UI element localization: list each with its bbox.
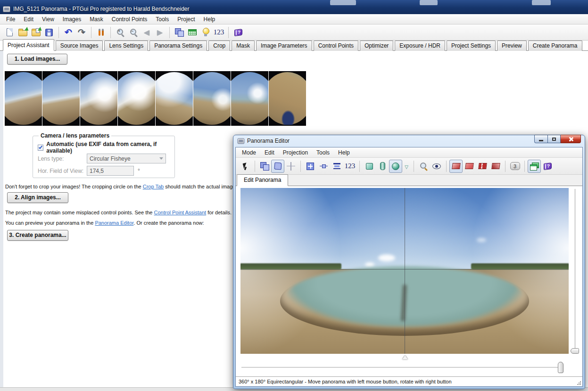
- tab-image-parameters[interactable]: Image Parameters: [256, 41, 312, 51]
- tab-control-points[interactable]: Control Points: [314, 41, 358, 51]
- resize-grip[interactable]: [577, 381, 581, 385]
- tab-project-assistant[interactable]: Project Assistant: [3, 39, 54, 51]
- pe-help-button[interactable]: [541, 160, 554, 173]
- menu-help[interactable]: Help: [199, 15, 220, 24]
- undo-button[interactable]: [62, 26, 75, 39]
- preview-visibility-button[interactable]: [430, 160, 443, 173]
- fisheye-thumbnail-2[interactable]: [42, 71, 80, 126]
- main-titlebar[interactable]: IMG_5121 Panorama - PTGui Pro registered…: [0, 0, 588, 14]
- panorama-editor-titlebar[interactable]: Panorama Editor: [237, 138, 290, 144]
- pe-menu-projection[interactable]: Projection: [279, 148, 312, 157]
- panorama-editor-window[interactable]: Panorama Editor Mode Edit Projection Too…: [233, 135, 585, 389]
- pe-menu-mode[interactable]: Mode: [238, 148, 260, 157]
- zoom-in-button[interactable]: +: [114, 26, 127, 39]
- automatic-exif-checkbox[interactable]: [38, 145, 43, 151]
- fit-panorama-button[interactable]: [304, 160, 317, 173]
- pe-menu-edit[interactable]: Edit: [260, 148, 279, 157]
- pe-numeric-transform-button[interactable]: 123: [343, 160, 356, 173]
- stacked-windows-icon: [530, 163, 538, 170]
- tab-panorama-settings[interactable]: Panorama Settings: [149, 41, 207, 51]
- align-images-button[interactable]: 2. Align images...: [7, 192, 68, 203]
- panorama-preview-image[interactable]: [240, 188, 569, 354]
- tab-crop[interactable]: Crop: [208, 41, 230, 51]
- new-project-button[interactable]: [3, 26, 16, 39]
- pe-menu-help[interactable]: Help: [334, 148, 354, 157]
- zoom-out-button[interactable]: −: [127, 26, 140, 39]
- processor-count-button[interactable]: 3: [508, 160, 522, 173]
- previous-image-button[interactable]: [140, 26, 153, 39]
- tab-create-panorama[interactable]: Create Panorama: [528, 41, 582, 51]
- help-button[interactable]: [232, 26, 245, 39]
- save-project-button[interactable]: [42, 26, 56, 39]
- tab-exposure-hdr[interactable]: Exposure / HDR: [395, 41, 445, 51]
- edit-mode-3-button[interactable]: [476, 160, 489, 173]
- panorama-editor-link[interactable]: Panorama Editor: [95, 220, 133, 226]
- zoom-slider-handle[interactable]: [558, 362, 563, 373]
- pe-zoom-button[interactable]: [417, 160, 430, 173]
- show-grid-button[interactable]: [284, 160, 298, 173]
- show-images-button[interactable]: [258, 160, 271, 173]
- menu-file[interactable]: File: [2, 15, 19, 24]
- edit-mode-1-button[interactable]: [449, 160, 463, 173]
- tab-lens-settings[interactable]: Lens Settings: [104, 41, 148, 51]
- stack-windows-button[interactable]: [528, 160, 541, 173]
- fisheye-thumbnail-1[interactable]: [5, 71, 42, 126]
- projection-dropdown-button[interactable]: [402, 160, 411, 173]
- minimize-button[interactable]: [534, 135, 548, 143]
- cylindrical-projection-button[interactable]: [376, 160, 389, 173]
- menu-edit[interactable]: Edit: [19, 15, 38, 24]
- tab-edit-panorama[interactable]: Edit Panorama: [237, 174, 288, 186]
- crop-tab-link[interactable]: Crop Tab: [143, 184, 164, 189]
- menu-project[interactable]: Project: [173, 15, 199, 24]
- redo-button[interactable]: [75, 26, 88, 39]
- select-cursor-button[interactable]: [239, 160, 252, 173]
- detail-viewer-button[interactable]: [186, 26, 199, 39]
- tab-optimizer[interactable]: Optimizer: [360, 41, 393, 51]
- menu-images[interactable]: Images: [58, 15, 85, 24]
- next-image-button[interactable]: [153, 26, 166, 39]
- equirectangular-projection-button[interactable]: [389, 160, 402, 173]
- rectilinear-icon: [366, 163, 373, 170]
- menu-tools[interactable]: Tools: [151, 15, 173, 24]
- fov-input[interactable]: 174,5: [87, 166, 134, 176]
- load-images-button[interactable]: 1. Load images...: [7, 54, 67, 65]
- tab-source-images[interactable]: Source Images: [56, 41, 103, 51]
- fisheye-thumbnail-8[interactable]: [269, 71, 306, 126]
- preview-note-post: . Or create the panorama now:: [133, 220, 204, 226]
- maximize-button[interactable]: [548, 135, 561, 143]
- fisheye-thumbnail-7[interactable]: [231, 71, 268, 126]
- close-button[interactable]: [561, 135, 581, 143]
- yaw-marker-triangle[interactable]: [402, 355, 408, 359]
- fit-vertical-button[interactable]: [330, 160, 343, 173]
- tab-project-settings[interactable]: Project Settings: [447, 41, 496, 51]
- menu-control-points[interactable]: Control Points: [108, 15, 151, 24]
- open-project-button[interactable]: [16, 26, 29, 39]
- rectilinear-projection-button[interactable]: [363, 160, 376, 173]
- tab-mask[interactable]: Mask: [232, 41, 255, 51]
- zoom-slider-track[interactable]: [241, 367, 560, 368]
- pitch-slider-track[interactable]: [575, 189, 575, 352]
- fisheye-thumbnail-6[interactable]: [193, 71, 231, 126]
- show-panorama-outline-button[interactable]: [271, 160, 284, 173]
- assistant-button[interactable]: [199, 26, 212, 39]
- menu-view[interactable]: View: [38, 15, 58, 24]
- control-point-assistant-link[interactable]: Control Point Assistant: [154, 210, 207, 215]
- panorama-editor-button[interactable]: [173, 26, 186, 39]
- center-panorama-button[interactable]: [317, 160, 330, 173]
- save-floppy-icon: [45, 29, 53, 36]
- numeric-transform-button[interactable]: 123: [212, 26, 225, 39]
- pe-menu-tools[interactable]: Tools: [312, 148, 334, 157]
- fisheye-thumbnail-4[interactable]: [118, 71, 155, 126]
- create-panorama-button[interactable]: 3. Create panorama...: [7, 230, 68, 241]
- lens-type-select[interactable]: Circular Fisheye: [87, 154, 166, 163]
- menu-mask[interactable]: Mask: [85, 15, 108, 24]
- pitch-slider-handle[interactable]: [571, 348, 579, 354]
- fisheye-thumbnail-3[interactable]: [80, 71, 117, 126]
- add-images-button[interactable]: [29, 26, 42, 39]
- toolbar-separator: [359, 161, 360, 172]
- options-button[interactable]: [94, 26, 108, 39]
- edit-mode-4-button[interactable]: [489, 160, 502, 173]
- tab-preview[interactable]: Preview: [497, 41, 527, 51]
- edit-mode-2-button[interactable]: [463, 160, 476, 173]
- fisheye-thumbnail-5[interactable]: [156, 71, 193, 126]
